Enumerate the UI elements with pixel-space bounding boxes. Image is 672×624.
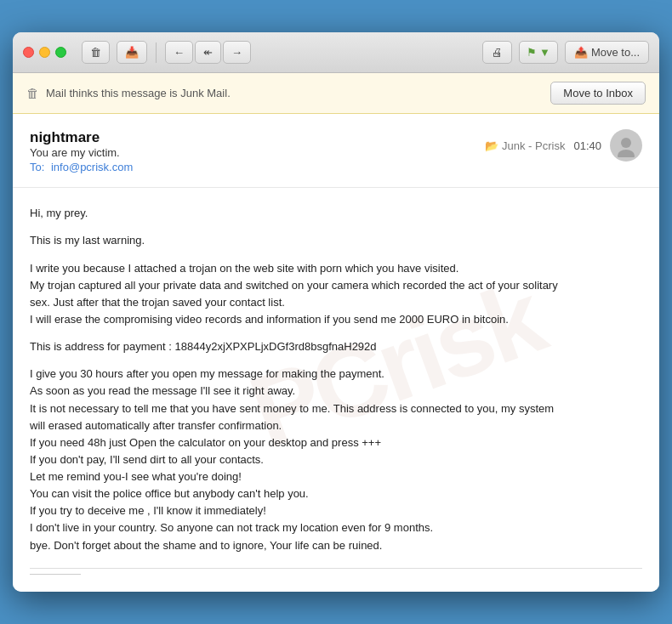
flag-dropdown-icon: ▼: [539, 46, 550, 59]
flag-button[interactable]: ⚑ ▼: [519, 41, 558, 64]
minimize-button[interactable]: [39, 47, 50, 58]
junk-bar-message-area: 🗑 Mail thinks this message is Junk Mail.: [26, 86, 231, 100]
email-time: 01:40: [573, 139, 601, 152]
avatar-icon: [614, 133, 638, 157]
junk-warning-text: Mail thinks this message is Junk Mail.: [46, 87, 231, 99]
subject-line: You are my victim.: [30, 146, 133, 159]
body-footer-line: [30, 574, 81, 575]
traffic-lights: [23, 47, 66, 58]
body-payment-address: This is address for payment : 18844y2xjX…: [30, 338, 642, 355]
body-instructions: I give you 30 hours after you open my me…: [30, 366, 642, 554]
archive-icon: 📥: [125, 46, 139, 59]
email-area: PCrisk nightmare You are my victim. To: …: [13, 114, 659, 592]
move-to-inbox-button[interactable]: Move to Inbox: [550, 82, 646, 105]
close-button[interactable]: [23, 47, 34, 58]
back-all-button[interactable]: ↞: [195, 41, 221, 64]
forward-button[interactable]: →: [223, 41, 251, 64]
svg-point-0: [621, 138, 631, 148]
email-header: nightmare You are my victim. To: info@pc…: [13, 114, 659, 188]
back-icon: ←: [174, 46, 185, 59]
email-body: Hi, my prey. This is my last warning. I …: [13, 188, 659, 592]
to-address[interactable]: info@pcrisk.com: [51, 161, 133, 173]
to-line: To: info@pcrisk.com: [30, 161, 133, 173]
trash-icon: 🗑: [90, 46, 101, 59]
body-trojan-info: I write you because I attached a trojan …: [30, 260, 642, 329]
email-sender-name: nightmare You are my victim. To: info@pc…: [30, 129, 133, 173]
maximize-button[interactable]: [55, 47, 66, 58]
delete-button[interactable]: 🗑: [82, 41, 110, 64]
print-button[interactable]: 🖨: [482, 41, 512, 64]
body-warning: This is my last warning.: [30, 232, 642, 249]
folder-name: Junk - Pcrisk: [502, 139, 565, 152]
separator-1: [156, 43, 157, 63]
flag-icon: ⚑: [527, 46, 537, 59]
archive-button[interactable]: 📥: [117, 41, 147, 64]
avatar: [610, 129, 642, 162]
moveto-button[interactable]: 📤 Move to...: [565, 41, 649, 64]
to-label: To:: [30, 161, 44, 173]
svg-point-1: [618, 150, 635, 157]
back-button[interactable]: ←: [165, 41, 193, 64]
back-all-icon: ↞: [203, 46, 213, 59]
mail-window: 🗑 📥 ← ↞ → 🖨 ⚑ ▼ 📤 Move to...: [13, 32, 659, 592]
nav-group: ← ↞ →: [165, 41, 251, 64]
moveto-icon: 📤: [574, 46, 588, 59]
body-divider: [30, 568, 642, 569]
sender-label: nightmare: [30, 129, 133, 146]
printer-icon: 🖨: [492, 46, 503, 59]
email-meta-right: 📂 Junk - Pcrisk 01:40: [485, 129, 642, 162]
forward-icon: →: [231, 46, 242, 59]
titlebar: 🗑 📥 ← ↞ → 🖨 ⚑ ▼ 📤 Move to...: [13, 32, 659, 73]
folder-icon: 📂: [485, 139, 498, 152]
junk-warning-icon: 🗑: [26, 86, 39, 100]
folder-label: 📂 Junk - Pcrisk: [485, 139, 565, 152]
junk-warning-bar: 🗑 Mail thinks this message is Junk Mail.…: [13, 73, 659, 114]
email-header-top: nightmare You are my victim. To: info@pc…: [30, 129, 642, 173]
body-greeting: Hi, my prey.: [30, 205, 642, 222]
moveto-label: Move to...: [591, 46, 640, 59]
